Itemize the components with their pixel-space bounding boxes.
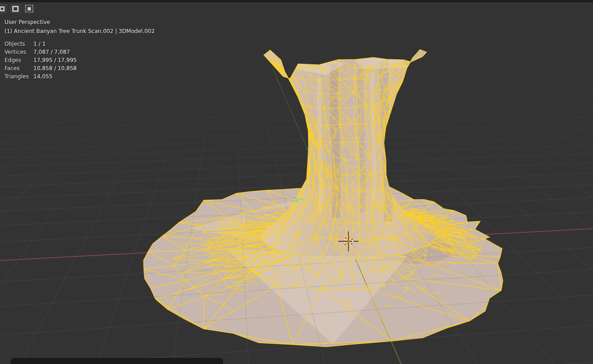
vertex-select-icon[interactable] <box>0 3 8 14</box>
stat-row: Objects 1 / 1 <box>5 41 77 49</box>
3d-viewport[interactable] <box>0 0 593 364</box>
edge-select-glyph <box>12 6 19 12</box>
edge-select-icon[interactable] <box>10 3 21 14</box>
scene-statistics: Objects 1 / 1 Vertices 7,087 / 7,087 Edg… <box>5 41 77 81</box>
vertex-select-glyph <box>0 6 5 11</box>
face-select-icon[interactable] <box>23 3 35 14</box>
active-object-info: (1) Ancient Banyan Tree Trunk Scan.002 |… <box>5 28 155 35</box>
stat-row: Triangles 14,055 <box>5 73 77 81</box>
view-perspective-label: User Perspective <box>5 19 50 26</box>
stat-row: Edges 17,995 / 17,995 <box>5 57 77 65</box>
operator-panel-collapsed[interactable] <box>11 358 223 364</box>
window-top-edge <box>0 0 593 2</box>
blender-3d-viewport-window: User Perspective (1) Ancient Banyan Tree… <box>0 0 593 364</box>
stat-row: Vertices 7,087 / 7,087 <box>5 49 77 57</box>
face-select-glyph <box>25 5 33 12</box>
stat-row: Faces 10,858 / 10,858 <box>5 65 77 73</box>
